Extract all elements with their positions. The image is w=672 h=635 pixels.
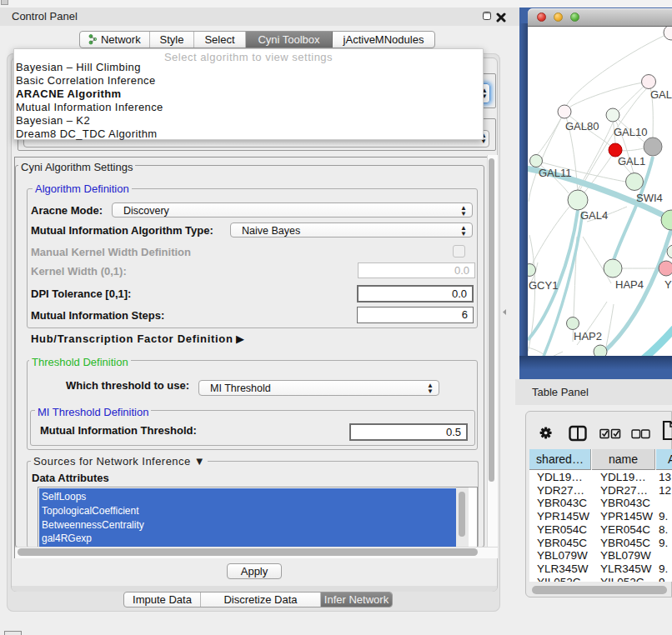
svg-text:YE: YE	[664, 278, 672, 291]
svg-text:GAL2: GAL2	[650, 88, 672, 101]
svg-text:GAL4: GAL4	[580, 209, 608, 222]
svg-text:GCY1: GCY1	[529, 279, 558, 292]
svg-text:SWI4: SWI4	[636, 192, 663, 204]
svg-text:GAL80: GAL80	[565, 120, 599, 132]
svg-text:HAP4: HAP4	[615, 278, 644, 291]
svg-text:GAL1: GAL1	[618, 155, 645, 168]
svg-text:HAP2: HAP2	[574, 330, 602, 342]
svg-text:GAL11: GAL11	[539, 167, 572, 179]
svg-text:GAL10: GAL10	[614, 126, 647, 138]
